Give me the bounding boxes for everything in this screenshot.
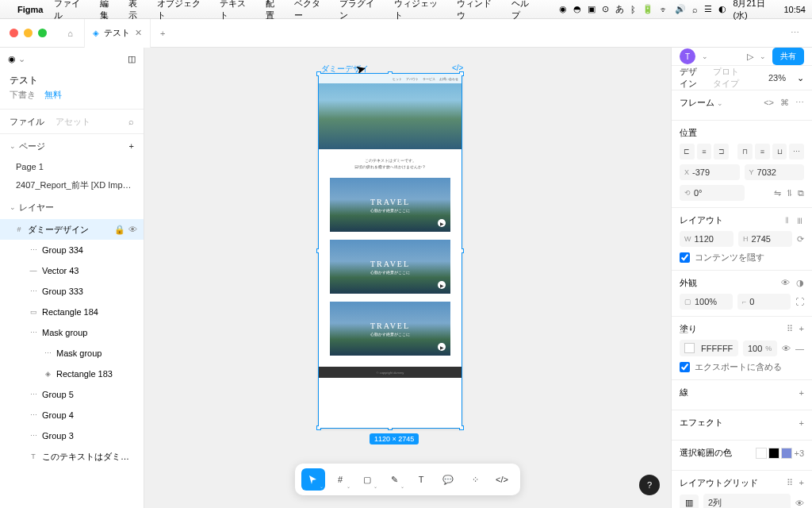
align-left-icon[interactable]: ⊏ bbox=[680, 144, 695, 160]
text-tool[interactable]: T bbox=[409, 468, 433, 491]
menu-text[interactable]: テキスト bbox=[220, 0, 255, 21]
radius-input[interactable]: ⌐0 bbox=[737, 294, 791, 310]
pen-tool[interactable]: ✎⌄ bbox=[382, 468, 406, 491]
align-bottom-icon[interactable]: ⊔ bbox=[772, 144, 787, 160]
figma-menu-icon[interactable]: ◉ ⌄ bbox=[8, 54, 25, 64]
clip-content-checkbox[interactable] bbox=[680, 252, 690, 263]
minimize-window-icon[interactable] bbox=[24, 29, 33, 37]
layer-row[interactable]: —Vector 43 bbox=[0, 260, 144, 281]
app-tray-icon[interactable]: ▣ bbox=[588, 4, 596, 14]
autolayout-v-icon[interactable]: ⫴ bbox=[785, 215, 789, 225]
design-frame[interactable]: ヒット アバウト サービス お問い合わせ このテキストはダミーです。 日頃の疲れ… bbox=[319, 74, 462, 428]
tab-prototype[interactable]: プロトタイプ bbox=[713, 66, 746, 90]
menu-object[interactable]: オブジェクト bbox=[157, 0, 209, 21]
layer-row[interactable]: Tこのテキストはダミーです。日... bbox=[0, 446, 144, 467]
visibility-icon[interactable]: 👁 bbox=[781, 278, 790, 288]
add-grid-icon[interactable]: + bbox=[799, 478, 804, 488]
plan-badge[interactable]: 無料 bbox=[44, 90, 62, 99]
language-tray-icon[interactable]: あ bbox=[615, 3, 624, 15]
layer-row[interactable]: ⋯Mask group bbox=[0, 343, 144, 364]
link-icon[interactable]: ⌘ bbox=[780, 98, 789, 108]
close-tab-icon[interactable]: ✕ bbox=[135, 28, 142, 38]
visibility-icon[interactable]: 👁 bbox=[795, 498, 804, 508]
page-item[interactable]: Page 1 bbox=[0, 158, 144, 175]
align-right-icon[interactable]: ⊐ bbox=[714, 144, 729, 160]
search-icon[interactable]: ⌕ bbox=[692, 5, 698, 14]
include-export-checkbox[interactable] bbox=[680, 362, 690, 372]
more-colors[interactable]: +3 bbox=[794, 448, 804, 458]
height-input[interactable]: H2745 bbox=[738, 231, 792, 247]
bluetooth-icon[interactable]: ᛒ bbox=[630, 5, 636, 14]
style-icon[interactable]: ⠿ bbox=[787, 478, 793, 488]
add-page-icon[interactable]: + bbox=[129, 141, 134, 151]
zoom-level[interactable]: 23% bbox=[768, 73, 786, 83]
file-tab[interactable]: ◈ テスト ✕ bbox=[85, 19, 151, 48]
lock-aspect-icon[interactable]: ⟳ bbox=[797, 234, 804, 244]
avatar[interactable]: T bbox=[680, 48, 695, 64]
x-input[interactable]: X-379 bbox=[680, 164, 740, 180]
chevron-down-icon[interactable]: ⌄ bbox=[797, 73, 804, 83]
add-fill-icon[interactable]: + bbox=[799, 324, 804, 334]
more-icon[interactable]: ⋯ bbox=[795, 98, 804, 108]
help-button[interactable]: ? bbox=[639, 475, 660, 495]
menu-arrange[interactable]: 配置 bbox=[266, 0, 283, 21]
layer-row[interactable]: ⋯Group 4 bbox=[0, 405, 144, 425]
new-tab-button[interactable]: + bbox=[151, 29, 174, 38]
y-input[interactable]: Y7032 bbox=[745, 164, 805, 180]
search-icon[interactable]: ⌕ bbox=[128, 117, 134, 126]
app-name[interactable]: Figma bbox=[17, 5, 43, 14]
width-input[interactable]: W1120 bbox=[680, 231, 733, 247]
align-top-icon[interactable]: ⊓ bbox=[737, 144, 753, 160]
align-vcenter-icon[interactable]: ≡ bbox=[755, 144, 770, 160]
remove-fill-icon[interactable]: — bbox=[795, 344, 804, 353]
tab-design[interactable]: デザイン bbox=[680, 66, 702, 90]
menu-vector[interactable]: ベクター bbox=[294, 0, 329, 21]
frame-tool[interactable]: #⌄ bbox=[328, 468, 352, 491]
layer-row[interactable]: ▭Rectangle 184 bbox=[0, 302, 144, 322]
constraint-icon[interactable]: ⧉ bbox=[798, 188, 804, 198]
comment-tool[interactable]: 💬 bbox=[436, 468, 460, 491]
menubar-date[interactable]: 8月21日(水) bbox=[733, 0, 777, 21]
left-tab-asset[interactable]: アセット bbox=[56, 116, 90, 128]
chevron-down-icon[interactable]: ⌄ bbox=[10, 142, 16, 150]
flip-h-icon[interactable]: ⇋ bbox=[774, 188, 781, 198]
layer-row[interactable]: ◈Rectangle 183 bbox=[0, 364, 144, 384]
layer-row[interactable]: ⋯Group 3 bbox=[0, 425, 144, 446]
style-icon[interactable]: ⠿ bbox=[787, 324, 793, 334]
home-tab[interactable]: ⌂ bbox=[56, 19, 85, 48]
layer-row[interactable]: ⋯Group 334 bbox=[0, 240, 144, 260]
chevron-down-icon[interactable]: ⌄ bbox=[10, 203, 16, 211]
canvas[interactable]: ダミーデザイ ➤ </> ヒット アバウト サービス お問い合わせ bbox=[144, 48, 671, 508]
blend-icon[interactable]: ◑ bbox=[796, 278, 804, 288]
layer-row[interactable]: ⋯Group 5 bbox=[0, 384, 144, 405]
shape-tool[interactable]: ▢⌄ bbox=[355, 468, 379, 491]
color-swatch[interactable] bbox=[781, 448, 792, 459]
corners-icon[interactable]: ⛶ bbox=[795, 297, 804, 306]
menu-help[interactable]: ヘルプ bbox=[511, 0, 538, 21]
more-menu-icon[interactable]: ⋯ bbox=[779, 28, 812, 38]
control-center-icon[interactable]: ☰ bbox=[704, 4, 712, 14]
move-tool[interactable]: ⌄ bbox=[301, 468, 325, 491]
grid-type-icon[interactable]: ▥ bbox=[680, 495, 699, 508]
share-button[interactable]: 共有 bbox=[772, 48, 804, 65]
close-window-icon[interactable] bbox=[10, 29, 18, 37]
volume-icon[interactable]: 🔊 bbox=[675, 4, 686, 14]
menu-widget[interactable]: ウィジェット bbox=[394, 0, 446, 21]
layer-row[interactable]: ⋯Mask group bbox=[0, 322, 144, 343]
fill-opacity-input[interactable]: 100% bbox=[743, 341, 777, 356]
file-name[interactable]: テスト bbox=[10, 74, 134, 87]
add-effect-icon[interactable]: + bbox=[799, 418, 804, 428]
more-align-icon[interactable]: ⋯ bbox=[789, 144, 804, 160]
menu-plugin[interactable]: プラグイン bbox=[339, 0, 383, 21]
layer-row[interactable]: #ダミーデザイン🔒👁 bbox=[0, 219, 144, 240]
chevron-down-icon[interactable]: ⌄ bbox=[702, 52, 708, 60]
code-icon[interactable]: <> bbox=[764, 98, 774, 108]
menubar-time[interactable]: 10:54 bbox=[783, 5, 806, 14]
autolayout-h-icon[interactable]: ⫼ bbox=[795, 215, 804, 225]
menu-window[interactable]: ウィンドウ bbox=[457, 0, 500, 21]
dev-mode-tool[interactable]: </> bbox=[490, 468, 514, 491]
add-stroke-icon[interactable]: + bbox=[799, 388, 804, 398]
battery-icon[interactable]: 🔋 bbox=[642, 4, 653, 14]
visibility-icon[interactable]: 👁 bbox=[128, 225, 137, 235]
color-swatch[interactable] bbox=[756, 448, 767, 459]
